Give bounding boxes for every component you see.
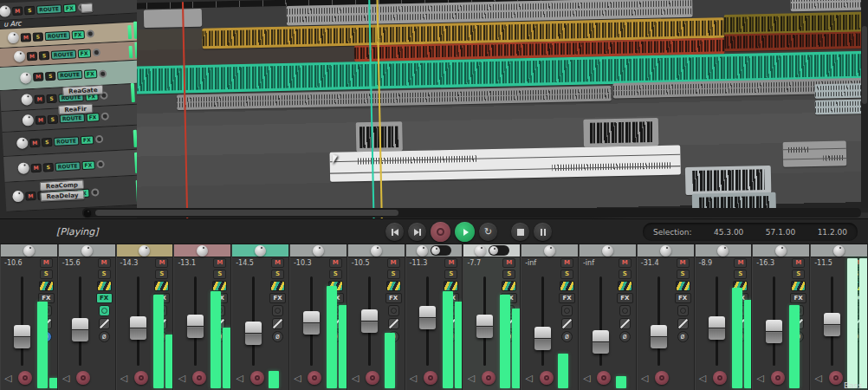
solo-button[interactable]: S — [444, 270, 457, 279]
record-arm-button[interactable] — [482, 371, 496, 385]
track-name[interactable]: u Arc — [0, 20, 22, 29]
volume-knob[interactable] — [14, 50, 26, 62]
mute-button[interactable]: M — [677, 258, 690, 268]
solo-button[interactable]: S — [24, 5, 36, 15]
fader-track[interactable] — [716, 276, 718, 366]
volume-readout[interactable]: -11.5 — [814, 259, 832, 267]
fx-enable-icon[interactable] — [94, 135, 102, 143]
speaker-icon[interactable]: ◁ — [699, 374, 706, 383]
fx-button[interactable]: FX — [86, 113, 99, 122]
volume-readout[interactable]: -7.7 — [467, 259, 481, 267]
horizontal-scrollbar-handle[interactable] — [95, 210, 398, 216]
media-item[interactable] — [583, 118, 658, 147]
fx-enable-icon[interactable] — [98, 69, 106, 77]
solo-button[interactable]: S — [792, 270, 805, 279]
fx-button[interactable]: FX — [81, 160, 94, 170]
volume-knob[interactable] — [20, 72, 32, 84]
speaker-icon[interactable]: ◁ — [352, 374, 359, 383]
fader-track[interactable] — [426, 276, 429, 366]
fader-track[interactable] — [194, 276, 197, 366]
mute-button[interactable]: M — [502, 258, 515, 268]
fader-track[interactable] — [483, 276, 486, 366]
solo-button[interactable]: S — [677, 270, 690, 279]
volume-knob[interactable] — [23, 114, 35, 127]
volume-knob[interactable] — [8, 32, 20, 44]
pan-knob[interactable] — [313, 245, 324, 257]
phase-button[interactable]: ø — [272, 331, 283, 342]
fader-track[interactable] — [831, 276, 833, 366]
mute-button[interactable]: M — [25, 192, 36, 201]
fader-handle[interactable] — [187, 315, 204, 338]
pan-knob[interactable] — [602, 245, 613, 257]
solo-button[interactable]: S — [329, 270, 342, 279]
mute-button[interactable]: M — [213, 258, 226, 268]
routing-button[interactable] — [676, 281, 690, 291]
selection-length[interactable]: 11.2.00 — [818, 228, 847, 237]
routing-button[interactable] — [502, 281, 516, 291]
phase-button[interactable]: ø — [677, 331, 689, 342]
speaker-icon[interactable]: ◁ — [525, 374, 532, 383]
mute-button[interactable]: M — [34, 94, 45, 104]
fx-button[interactable]: FX — [559, 293, 575, 303]
vertical-scrollbar[interactable] — [861, 0, 868, 208]
horizontal-scrollbar[interactable] — [82, 208, 861, 218]
volume-readout[interactable]: -13.1 — [178, 259, 196, 267]
speaker-icon[interactable]: ◁ — [178, 374, 185, 383]
width-knob[interactable] — [489, 245, 509, 256]
fx-enable-icon[interactable] — [100, 112, 108, 120]
solo-button[interactable]: S — [619, 270, 632, 279]
speaker-icon[interactable]: ◁ — [814, 374, 821, 383]
mute-button[interactable]: M — [30, 163, 42, 172]
record-arm-button[interactable] — [76, 371, 90, 385]
mute-button[interactable]: M — [27, 51, 38, 61]
routing-button[interactable] — [444, 281, 458, 291]
scrollbar-zoom-knob[interactable] — [84, 210, 91, 217]
routing-button[interactable] — [154, 281, 169, 291]
routing-button[interactable] — [791, 281, 806, 291]
mute-button[interactable]: M — [155, 258, 168, 268]
volume-readout[interactable]: -10.6 — [4, 259, 23, 267]
mute-button[interactable]: M — [36, 115, 47, 125]
speaker-icon[interactable]: ◁ — [236, 374, 243, 383]
solo-button[interactable]: S — [48, 114, 59, 124]
fader-track[interactable] — [21, 276, 23, 366]
fader-handle[interactable] — [476, 315, 493, 338]
speaker-icon[interactable]: ◁ — [583, 374, 590, 383]
fx-enable-icon[interactable] — [86, 29, 94, 37]
volume-readout[interactable]: -14.3 — [120, 259, 139, 267]
envelope-button[interactable] — [677, 318, 689, 329]
solo-button[interactable]: S — [387, 270, 400, 279]
fader-track[interactable] — [541, 276, 544, 366]
media-item[interactable] — [814, 83, 868, 99]
go-to-end-button[interactable] — [408, 223, 426, 241]
mute-button[interactable]: M — [40, 258, 53, 268]
fader-handle[interactable] — [824, 313, 840, 336]
pan-knob[interactable] — [417, 245, 428, 257]
fader-handle[interactable] — [245, 322, 262, 345]
mute-button[interactable]: M — [560, 258, 573, 268]
fader-track[interactable] — [79, 276, 81, 366]
record-arm-button[interactable] — [134, 371, 148, 385]
speaker-icon[interactable]: ◁ — [410, 374, 417, 383]
solo-button[interactable]: S — [42, 162, 54, 172]
route-button[interactable]: ROUTE — [51, 49, 76, 59]
pan-knob[interactable] — [197, 245, 208, 257]
play-cursor[interactable] — [182, 2, 188, 218]
pan-knob[interactable] — [544, 245, 555, 257]
pan-knob[interactable] — [475, 245, 486, 257]
record-arm-button[interactable] — [308, 371, 321, 385]
media-item[interactable] — [790, 0, 868, 11]
speaker-icon[interactable]: ◁ — [756, 374, 763, 383]
fader-handle[interactable] — [766, 320, 782, 343]
fx-plugin-chip[interactable] — [81, 3, 94, 13]
fader-track[interactable] — [310, 276, 313, 366]
fader-handle[interactable] — [534, 327, 551, 350]
stop-button[interactable] — [511, 223, 529, 241]
volume-readout[interactable]: -inf — [583, 259, 594, 267]
media-item[interactable] — [783, 140, 847, 166]
pan-knob[interactable] — [255, 245, 266, 257]
pan-knob[interactable] — [833, 245, 845, 257]
volume-knob[interactable] — [21, 94, 33, 106]
routing-button[interactable] — [212, 281, 227, 291]
fader-handle[interactable] — [303, 311, 320, 335]
